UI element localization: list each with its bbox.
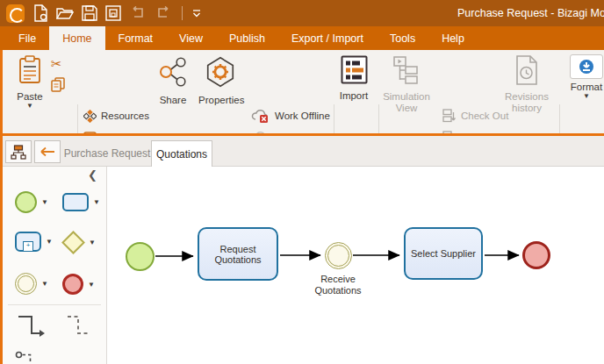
diagram-tab-quotations[interactable]: Quotations [151,140,212,167]
palette-association[interactable] [15,351,41,363]
cut-icon[interactable]: ✂ [51,57,62,70]
resources-icon [83,110,97,123]
title-bar: Purchase Request - Bizagi Mo [0,0,604,26]
paste-button[interactable]: Paste ▼ [12,55,47,110]
simulation-view-button[interactable]: Simulation View [382,55,431,113]
back-arrow-icon [39,146,56,157]
paste-icon [18,55,42,85]
palette-divider [8,304,101,305]
back-button[interactable] [34,140,61,163]
dropdown-arrow[interactable]: ▼ [46,238,53,246]
bpmn-intermediate-event-receive-quotations[interactable] [325,242,352,269]
bpmn-task-select-supplier[interactable]: Select Supplier [404,227,483,280]
task-shape [62,193,89,211]
resources-button[interactable]: Resources [83,108,149,124]
window-title: Purchase Request - Bizagi Mo [457,0,604,26]
palette-message-flow[interactable] [66,313,94,339]
format-button[interactable]: Format ▼ [567,54,604,100]
dropdown-arrow[interactable]: ▼ [89,239,96,246]
paste-dropdown-arrow[interactable]: ▼ [12,103,47,110]
work-offline-icon [251,108,270,124]
sub-process-shape [15,232,41,252]
dropdown-arrow[interactable]: ▼ [93,198,100,206]
intermediate-event-shape [15,273,37,295]
revisions-history-icon [514,55,539,85]
tab-help[interactable]: Help [428,26,478,50]
share-button[interactable]: Share [155,55,191,106]
redo-icon[interactable] [155,6,172,20]
diagram-tab-purchase-request[interactable]: Purchase Request [63,140,151,167]
undo-icon[interactable] [129,6,147,20]
tab-format[interactable]: Format [105,26,167,50]
palette-sub-process[interactable]: ▼ [15,232,53,252]
customize-toolbar-icon[interactable] [192,9,201,18]
ribbon: Paste ▼ ✂ Clipboard Resources Validate ▼… [0,50,604,133]
simulation-view-icon [391,55,422,85]
diagram-canvas[interactable]: Request Quotations Receive Quotations Se… [108,167,604,364]
copy-icon[interactable] [51,77,66,96]
palette-start-event[interactable]: ▼ [15,191,48,213]
palette-end-event[interactable]: ▼ [62,274,95,295]
work-offline-button[interactable]: Work Offline [251,108,330,124]
save-all-icon[interactable] [105,5,121,21]
diagram-tab-bar: Purchase Request Quotations [0,136,604,167]
qat-separator [182,6,183,20]
bizagi-modeler-window: Purchase Request - Bizagi Mo File Home F… [0,0,604,364]
tab-file[interactable]: File [5,26,49,50]
dropdown-arrow[interactable]: ▼ [41,198,48,206]
end-event-shape [62,274,83,295]
palette-gateway[interactable]: ▼ [62,232,96,253]
check-out-icon [442,109,457,124]
check-out-button[interactable]: Check Out [442,108,508,124]
format-dropdown-arrow[interactable]: ▼ [567,93,604,100]
import-icon [341,55,368,84]
import-button[interactable]: Import [336,55,371,102]
collapse-palette-icon[interactable]: ❮ [88,168,97,182]
dropdown-arrow[interactable]: ▼ [41,280,48,288]
quick-access-toolbar [0,4,201,23]
bpmn-end-event[interactable] [522,241,550,269]
tab-export-import[interactable]: Export / Import [278,26,377,50]
message-flow-shape [66,313,94,339]
event-label: Receive Quotations [298,274,378,296]
task-label: Select Supplier [411,248,476,259]
association-shape [15,351,41,363]
bpmn-start-event[interactable] [126,242,155,271]
ribbon-tabs: File Home Format View Publish Export / I… [0,26,604,50]
palette-sequence-flow[interactable] [17,313,47,339]
tab-publish[interactable]: Publish [216,26,278,50]
process-hierarchy-button[interactable] [5,140,32,163]
tab-home[interactable]: Home [49,26,104,50]
tab-tools[interactable]: Tools [377,26,428,50]
open-icon[interactable] [56,5,74,21]
bizagi-logo-icon[interactable] [6,4,25,23]
properties-icon [204,55,237,89]
shape-palette: ❮ ▼ ▼ ▼ ▼ ▼ ▼ [3,167,107,364]
properties-button[interactable]: Properties [198,55,242,106]
bpmn-task-request-quotations[interactable]: Request Quotations [198,227,278,281]
share-icon [156,55,190,89]
start-event-shape [15,191,37,213]
sequence-flow-shape [17,313,47,339]
task-label: Request Quotations [203,244,273,265]
dropdown-arrow[interactable]: ▼ [88,281,95,289]
palette-task[interactable]: ▼ [62,193,100,211]
gateway-shape [61,231,85,254]
format-icon [570,54,603,79]
palette-intermediate-event[interactable]: ▼ [15,273,48,295]
hierarchy-icon [11,145,26,160]
save-icon[interactable] [82,5,97,21]
new-document-icon[interactable] [32,4,48,22]
tab-view[interactable]: View [166,26,216,50]
revisions-history-button[interactable]: Revisions history [500,55,553,113]
